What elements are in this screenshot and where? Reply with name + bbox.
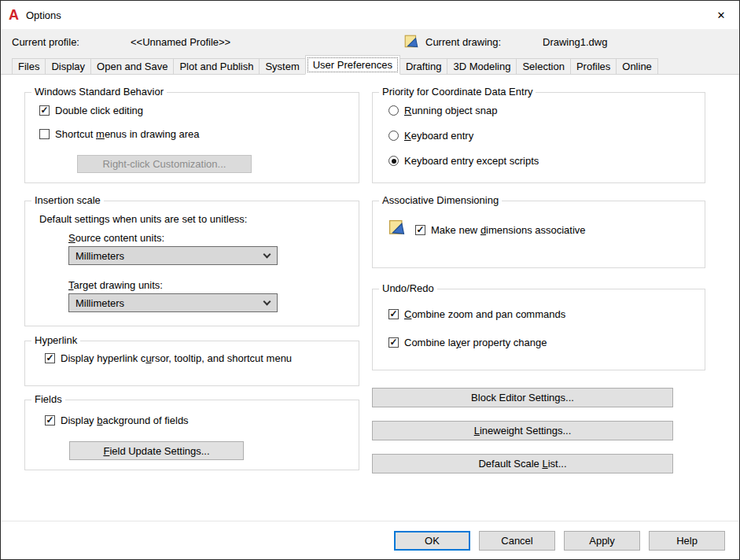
running-object-snap-radio[interactable]: Running object snap bbox=[388, 105, 498, 116]
profile-bar: Current profile: <<Unnamed Profile>> Cur… bbox=[1, 29, 739, 56]
checkbox-label: Combine zoom and pan commands bbox=[404, 308, 565, 320]
source-units-label: Source content units: bbox=[68, 232, 164, 244]
footer-divider bbox=[1, 521, 739, 521]
checkbox-box bbox=[45, 415, 55, 426]
hyperlink-cursor-checkbox[interactable]: Display hyperlink cursor, tooltip, and s… bbox=[45, 352, 292, 364]
tab-profiles[interactable]: Profiles bbox=[570, 58, 617, 75]
tab-list: Files Display Open and Save Plot and Pub… bbox=[12, 55, 657, 75]
tab-plot-and-publish[interactable]: Plot and Publish bbox=[173, 58, 260, 75]
keyboard-entry-radio[interactable]: Keyboard entry bbox=[388, 130, 473, 142]
tab-open-and-save[interactable]: Open and Save bbox=[90, 58, 174, 75]
block-editor-settings-button[interactable]: Block Editor Settings... bbox=[372, 388, 673, 407]
checkbox-box bbox=[45, 353, 55, 363]
checkbox-label: Combine layer property change bbox=[404, 337, 547, 348]
autocad-logo-icon: A bbox=[9, 8, 19, 22]
group-title: Hyperlink bbox=[31, 334, 80, 347]
radio-circle bbox=[388, 105, 399, 116]
options-dialog: A Options ✕ Current profile: <<Unnamed P… bbox=[0, 0, 740, 560]
checkbox-label: Display background of fields bbox=[61, 414, 189, 426]
cancel-button[interactable]: Cancel bbox=[479, 531, 555, 551]
help-button[interactable]: Help bbox=[649, 531, 725, 551]
group-title: Associative Dimensioning bbox=[379, 194, 502, 207]
shortcut-menus-checkbox[interactable]: Shortcut menus in drawing area bbox=[39, 128, 200, 140]
radio-circle bbox=[388, 131, 399, 141]
combo-value: Millimeters bbox=[75, 250, 124, 262]
group-insertion-scale: Insertion scale Default settings when un… bbox=[24, 201, 359, 326]
radio-label: Running object snap bbox=[404, 105, 498, 116]
source-units-select[interactable]: Millimeters bbox=[68, 246, 278, 265]
right-click-customization-button: Right-click Customization... bbox=[77, 155, 252, 173]
double-click-editing-checkbox[interactable]: Double click editing bbox=[39, 105, 143, 116]
tab-strip: Files Display Open and Save Plot and Pub… bbox=[1, 56, 739, 75]
make-dimensions-associative-checkbox[interactable]: Make new dimensions associative bbox=[415, 224, 586, 236]
tab-online[interactable]: Online bbox=[616, 58, 658, 75]
checkbox-label: Display hyperlink cursor, tooltip, and s… bbox=[61, 352, 292, 364]
title-bar[interactable]: A Options ✕ bbox=[1, 1, 739, 29]
lineweight-settings-button[interactable]: Lineweight Settings... bbox=[372, 421, 673, 440]
checkbox-box bbox=[388, 337, 399, 348]
group-windows-standard-behavior: Windows Standard Behavior Double click e… bbox=[24, 92, 359, 183]
tab-selection[interactable]: Selection bbox=[516, 58, 570, 75]
field-update-settings-button[interactable]: Field Update Settings... bbox=[69, 441, 244, 460]
group-coordinate-priority: Priority for Coordinate Data Entry Runni… bbox=[372, 92, 705, 183]
checkbox-box bbox=[415, 225, 425, 235]
radio-label: Keyboard entry except scripts bbox=[404, 155, 539, 167]
close-icon[interactable]: ✕ bbox=[703, 1, 739, 29]
default-scale-list-button[interactable]: Default Scale List... bbox=[372, 454, 673, 473]
group-associative-dimensioning: Associative Dimensioning Make new dimens… bbox=[372, 201, 705, 268]
group-fields: Fields Display background of fields Fiel… bbox=[24, 400, 359, 470]
checkbox-label: Double click editing bbox=[55, 105, 143, 116]
drawing-file-icon bbox=[404, 34, 418, 52]
combine-layer-property-checkbox[interactable]: Combine layer property change bbox=[388, 337, 547, 348]
chevron-down-icon bbox=[258, 295, 275, 311]
drawing-file-icon bbox=[388, 219, 405, 239]
current-profile-value: <<Unnamed Profile>> bbox=[131, 36, 230, 48]
radio-circle bbox=[388, 156, 399, 166]
group-title: Priority for Coordinate Data Entry bbox=[379, 86, 536, 98]
group-title: Undo/Redo bbox=[379, 282, 437, 295]
current-drawing-label: Current drawing: bbox=[425, 36, 501, 48]
group-undo-redo: Undo/Redo Combine zoom and pan commands … bbox=[372, 289, 705, 370]
target-units-select[interactable]: Millimeters bbox=[68, 293, 278, 312]
combo-value: Millimeters bbox=[75, 297, 124, 309]
checkbox-box bbox=[388, 309, 399, 319]
apply-button[interactable]: Apply bbox=[564, 531, 640, 551]
group-hyperlink: Hyperlink Display hyperlink cursor, tool… bbox=[24, 341, 359, 386]
ok-button[interactable]: OK bbox=[394, 531, 470, 551]
checkbox-label: Shortcut menus in drawing area bbox=[55, 128, 200, 140]
display-background-checkbox[interactable]: Display background of fields bbox=[45, 414, 189, 426]
target-units-label: Target drawing units: bbox=[68, 279, 163, 291]
combine-zoom-pan-checkbox[interactable]: Combine zoom and pan commands bbox=[388, 308, 565, 320]
current-profile-label: Current profile: bbox=[12, 36, 79, 48]
radio-label: Keyboard entry bbox=[404, 130, 473, 142]
unitless-settings-label: Default settings when units are set to u… bbox=[39, 213, 247, 225]
tab-3d-modeling[interactable]: 3D Modeling bbox=[447, 58, 517, 75]
keyboard-entry-except-scripts-radio[interactable]: Keyboard entry except scripts bbox=[388, 155, 539, 167]
group-title: Insertion scale bbox=[31, 194, 104, 207]
checkbox-box bbox=[39, 105, 50, 116]
tab-display[interactable]: Display bbox=[45, 58, 91, 75]
group-title: Fields bbox=[31, 393, 65, 406]
tab-user-preferences[interactable]: User Preferences bbox=[305, 55, 400, 75]
window-title: Options bbox=[26, 9, 61, 21]
tab-drafting[interactable]: Drafting bbox=[399, 58, 448, 75]
checkbox-label: Make new dimensions associative bbox=[431, 224, 586, 236]
checkbox-box bbox=[39, 129, 50, 139]
current-drawing-value: Drawing1.dwg bbox=[543, 36, 607, 48]
tab-files[interactable]: Files bbox=[12, 58, 46, 75]
chevron-down-icon bbox=[258, 248, 275, 263]
group-title: Windows Standard Behavior bbox=[31, 86, 167, 98]
tab-system[interactable]: System bbox=[259, 58, 305, 75]
